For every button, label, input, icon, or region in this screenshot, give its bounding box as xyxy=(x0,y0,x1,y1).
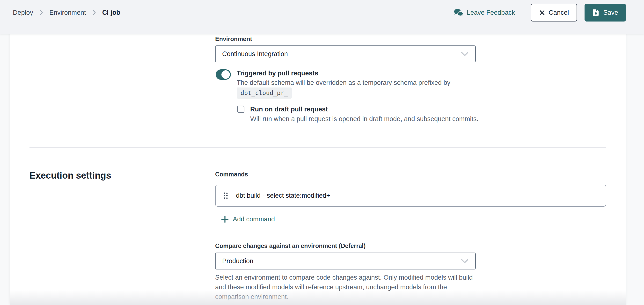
environment-label: Environment xyxy=(215,36,252,42)
deferral-select-value: Production xyxy=(222,258,253,265)
header-actions: Leave Feedback Cancel Save xyxy=(454,4,626,22)
section-divider xyxy=(30,147,606,148)
cancel-button[interactable]: Cancel xyxy=(531,4,577,22)
leave-feedback-link[interactable]: Leave Feedback xyxy=(454,9,515,17)
x-icon xyxy=(539,10,545,16)
ci-job-settings-page: Deploy Environment CI job Leave Feedback xyxy=(0,0,644,305)
add-command-label: Add command xyxy=(233,216,275,223)
execution-settings-title: Execution settings xyxy=(30,170,111,181)
schema-prefix-code: dbt_cloud_pr_ xyxy=(237,88,292,98)
floppy-disk-icon xyxy=(592,9,600,16)
deferral-help-text: Select an environment to compare code ch… xyxy=(215,272,475,302)
page-header: Deploy Environment CI job Leave Feedback xyxy=(0,0,644,34)
cancel-label: Cancel xyxy=(548,9,569,16)
leave-feedback-label: Leave Feedback xyxy=(467,9,515,16)
chat-bubbles-icon xyxy=(454,9,463,17)
environment-select[interactable]: Continuous Integration xyxy=(215,46,476,62)
command-row[interactable]: dbt build --select state:modified+ xyxy=(215,185,606,207)
deferral-label: Compare changes against an environment (… xyxy=(215,242,366,250)
draft-pr-checkbox[interactable] xyxy=(237,106,244,113)
save-button[interactable]: Save xyxy=(584,4,626,22)
breadcrumb-environment[interactable]: Environment xyxy=(49,9,86,16)
commands-label: Commands xyxy=(215,171,248,178)
pr-trigger-description: The default schema will be overridden as… xyxy=(237,79,450,86)
breadcrumb: Deploy Environment CI job xyxy=(13,9,120,16)
chevron-right-icon xyxy=(92,10,96,16)
environment-select-value: Continuous Integration xyxy=(222,50,288,58)
drag-handle-icon[interactable] xyxy=(224,192,228,199)
save-label: Save xyxy=(603,9,618,16)
breadcrumb-ci-job: CI job xyxy=(102,9,120,16)
chevron-down-icon xyxy=(461,258,469,264)
draft-pr-description: Will run when a pull request is opened i… xyxy=(250,115,478,123)
draft-pr-label: Run on draft pull request xyxy=(250,106,328,113)
deferral-select[interactable]: Production xyxy=(215,252,476,270)
pr-trigger-label: Triggered by pull requests xyxy=(237,70,318,77)
chevron-down-icon xyxy=(461,52,469,56)
chevron-right-icon xyxy=(40,10,43,16)
toggle-knob xyxy=(222,70,230,79)
pr-trigger-toggle[interactable] xyxy=(216,69,231,80)
command-input[interactable]: dbt build --select state:modified+ xyxy=(236,192,330,200)
breadcrumb-deploy[interactable]: Deploy xyxy=(13,9,33,16)
plus-icon xyxy=(221,216,229,223)
add-command-button[interactable]: Add command xyxy=(221,216,275,223)
